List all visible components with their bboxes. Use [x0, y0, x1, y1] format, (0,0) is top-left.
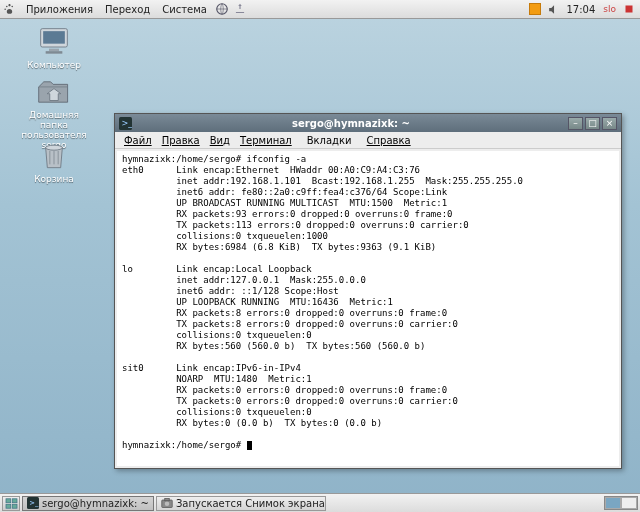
top-panel: Приложения Переход Система 17:04 slo [0, 0, 640, 19]
taskbar-item-terminal[interactable]: >_ sergo@hymnazixk: ~ [22, 496, 154, 511]
taskbar-item-screenshot[interactable]: Запускается Снимок экрана [156, 496, 326, 511]
desktop-icon-label: Корзина [14, 174, 94, 184]
terminal-window: >_ sergo@hymnazixk: ~ – □ × Файл Правка … [114, 113, 622, 469]
menu-help[interactable]: Справка [362, 135, 416, 146]
desktop-icon-computer[interactable]: Компьютер [14, 26, 94, 70]
terminal-icon: >_ [119, 117, 132, 130]
volume-icon[interactable] [545, 1, 561, 17]
svg-rect-11 [6, 504, 11, 508]
terminal-output[interactable]: hymnazixk:/home/sergo# ifconfig -a eth0 … [117, 151, 619, 466]
window-titlebar[interactable]: >_ sergo@hymnazixk: ~ – □ × [115, 114, 621, 132]
svg-text:>_: >_ [29, 499, 39, 507]
screenshot-icon [161, 497, 173, 509]
maximize-button[interactable]: □ [585, 117, 600, 130]
terminal-menubar: Файл Правка Вид Терминал Вкладки Справка [115, 132, 621, 149]
show-desktop-button[interactable] [2, 496, 20, 511]
taskbar-item-label: Запускается Снимок экрана [176, 498, 325, 509]
keyboard-indicator[interactable]: slo [599, 4, 620, 14]
menu-edit[interactable]: Правка [157, 135, 205, 146]
menu-system[interactable]: Система [156, 4, 213, 15]
shutdown-icon[interactable] [621, 1, 637, 17]
svg-rect-3 [43, 31, 65, 43]
minimize-button[interactable]: – [568, 117, 583, 130]
svg-point-6 [46, 145, 63, 150]
desktop-icon-home[interactable]: Домашняя папка пользователя sergo [14, 76, 94, 150]
terminal-icon: >_ [27, 497, 39, 509]
window-title: sergo@hymnazixk: ~ [136, 118, 566, 129]
svg-rect-4 [49, 49, 59, 52]
svg-rect-17 [165, 499, 170, 501]
home-folder-icon [36, 76, 72, 108]
notification-icon[interactable] [527, 1, 543, 17]
svg-text:>_: >_ [121, 117, 132, 127]
svg-rect-9 [6, 498, 11, 502]
svg-point-16 [165, 502, 170, 507]
update-launcher-icon[interactable] [232, 1, 248, 17]
workspace-switcher[interactable] [604, 496, 638, 510]
desktop-icon-label: Компьютер [14, 60, 94, 70]
desktop-icon-trash[interactable]: Корзина [14, 140, 94, 184]
workspace-1[interactable] [605, 497, 621, 509]
browser-launcher-icon[interactable] [214, 1, 230, 17]
trash-icon [36, 140, 72, 172]
menu-places[interactable]: Переход [99, 4, 156, 15]
menu-view[interactable]: Вид [205, 135, 235, 146]
taskbar-item-label: sergo@hymnazixk: ~ [42, 498, 149, 509]
menu-terminal[interactable]: Терминал [235, 135, 297, 146]
clock[interactable]: 17:04 [562, 4, 599, 15]
svg-rect-1 [626, 6, 633, 13]
menu-applications[interactable]: Приложения [20, 4, 99, 15]
close-button[interactable]: × [602, 117, 617, 130]
svg-rect-5 [46, 51, 63, 54]
bottom-panel: >_ sergo@hymnazixk: ~ Запускается Снимок… [0, 493, 640, 512]
menu-file[interactable]: Файл [119, 135, 157, 146]
svg-rect-10 [12, 498, 17, 502]
svg-rect-12 [12, 504, 17, 508]
computer-icon [36, 26, 72, 58]
gnome-foot-icon[interactable] [2, 2, 16, 16]
workspace-2[interactable] [621, 497, 637, 509]
menu-tabs[interactable]: Вкладки [297, 135, 362, 146]
